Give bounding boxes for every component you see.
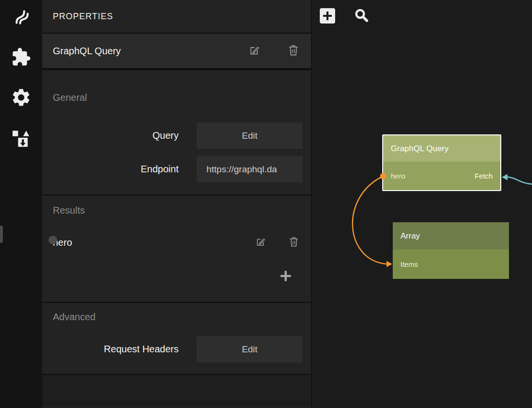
search-nodes-button[interactable] [354,8,369,25]
port-hero[interactable]: hero [391,172,405,180]
rename-node-button[interactable] [249,45,260,58]
section-advanced-label: Advanced [42,312,311,323]
plus-icon [280,270,291,283]
request-headers-row: Request Headers Edit [42,336,311,362]
request-headers-label: Request Headers [42,344,187,355]
result-edit-button[interactable] [255,237,266,249]
properties-title: PROPERTIES [53,12,113,22]
wire-hero-to-items [352,176,387,264]
sidebar-item-components[interactable] [11,127,32,148]
node-canvas[interactable]: GraphQL Query hero Fetch Array Items [311,0,532,408]
trash-icon [288,45,299,58]
selected-node-strip[interactable]: GraphQL Query [42,34,311,70]
gear-icon [11,87,32,108]
port-fetch[interactable]: Fetch [474,172,493,180]
edit-pencil-icon [249,45,260,58]
components-icon [11,128,31,148]
request-headers-edit-button[interactable]: Edit [197,336,302,362]
result-name: hero [53,237,255,248]
section-results: Results hero [42,195,311,303]
trash-icon [289,237,299,249]
node-title: Array [393,222,509,250]
nodes-icon [11,7,31,27]
delete-node-button[interactable] [288,45,299,58]
section-general-label: General [42,92,311,103]
result-delete-button[interactable] [289,237,299,249]
section-advanced: Advanced Request Headers Edit [42,303,311,375]
endpoint-port-dot[interactable] [48,236,57,244]
port-items[interactable]: Items [400,260,418,268]
sidebar-item-plugins[interactable] [11,47,32,68]
sidebar-item-settings[interactable] [11,87,32,108]
wire-to-fetch [508,177,532,184]
query-edit-button[interactable]: Edit [197,122,302,149]
add-node-button[interactable] [319,8,336,25]
puzzle-icon [11,47,31,67]
wire-arrowhead [387,261,392,267]
app-sidebar [0,0,42,408]
wire-arrowhead [502,174,508,180]
connection-wires [312,0,532,408]
search-icon [354,8,369,25]
panel-bottom-area [42,375,311,407]
endpoint-row: Endpoint [42,156,311,182]
properties-panel: PROPERTIES GraphQL Query [42,0,311,408]
result-row-hero[interactable]: hero [42,229,311,256]
selected-node-title: GraphQL Query [53,46,249,57]
query-label: Query [42,130,187,141]
endpoint-label: Endpoint [42,164,187,175]
node-array[interactable]: Array Items [393,222,509,279]
collapsed-panel-tab[interactable] [0,226,3,243]
edit-pencil-icon [255,237,266,249]
sidebar-item-nodes[interactable] [11,6,32,27]
plus-square-icon [319,8,336,25]
node-title: GraphQL Query [383,135,500,162]
query-row: Query Edit [42,122,311,149]
section-general: General Query Edit Endpoint [42,70,311,195]
node-graphql-query[interactable]: GraphQL Query hero Fetch [382,134,501,191]
section-results-label: Results [42,205,311,216]
add-result-button[interactable] [280,270,291,283]
properties-panel-header: PROPERTIES [42,0,311,34]
endpoint-input[interactable] [197,156,302,182]
